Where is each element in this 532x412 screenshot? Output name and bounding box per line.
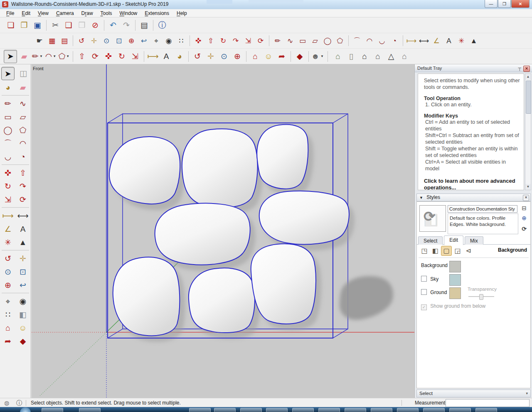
view-left-button[interactable]: ⌂ <box>398 50 411 63</box>
scale-button[interactable]: ⇲ <box>129 50 141 63</box>
scroll-down-icon[interactable]: ▼ <box>525 184 531 190</box>
print-button[interactable]: ▤ <box>138 19 150 32</box>
paste-button[interactable]: ❒ <box>76 19 88 32</box>
position-camera-button[interactable]: ⌖ <box>150 35 162 47</box>
zoom-button[interactable]: ⊙ <box>101 35 112 47</box>
dropdown-arrow-icon[interactable]: ▼ <box>39 54 43 58</box>
menu-edit[interactable]: Edit <box>18 10 34 17</box>
rectangle-button[interactable]: ▭ <box>297 35 308 47</box>
sky-checkbox[interactable] <box>421 276 427 282</box>
stone-top-middle[interactable] <box>182 129 258 208</box>
push-pull-button[interactable]: ⇧ <box>205 35 217 47</box>
orbit-button[interactable]: ↺ <box>191 50 204 63</box>
three-point-arc-button[interactable]: ◡ <box>376 35 388 47</box>
offset-tool-button[interactable]: ⟳ <box>17 193 29 206</box>
menu-help[interactable]: Help <box>173 10 191 17</box>
pie-tool-button[interactable]: ◔ <box>17 150 29 163</box>
shapes-button[interactable]: ⬠▼ <box>58 50 70 63</box>
arc-tool-button[interactable]: ⌒ <box>2 137 14 150</box>
taskbar-button[interactable] <box>42 408 63 412</box>
view-right-button[interactable]: ⌂ <box>372 50 384 63</box>
taskbar-button[interactable] <box>449 408 471 412</box>
update-style-icon[interactable]: ⟳ <box>520 225 528 233</box>
open-model-button[interactable]: ❐ <box>18 19 30 32</box>
close-button[interactable]: ✕ <box>511 0 530 8</box>
two-point-arc-tool-button[interactable]: ◠ <box>17 137 29 150</box>
extension-warehouse-button[interactable]: ◆ <box>293 50 306 63</box>
3d-warehouse-button[interactable]: ⌂ <box>249 50 261 63</box>
pin-icon[interactable]: ⊤ <box>517 66 522 74</box>
extension-warehouse-tool-button[interactable]: ◆ <box>17 335 29 347</box>
axes-button[interactable]: ✳ <box>456 35 467 47</box>
walk-button[interactable]: ∷ <box>175 35 187 47</box>
menu-file[interactable]: File <box>2 10 18 17</box>
erase-button[interactable]: ⊘ <box>89 19 101 32</box>
rectangle-tool-button[interactable]: ▭ <box>2 110 14 123</box>
taskbar-button[interactable] <box>240 408 262 412</box>
styles-close-icon[interactable]: ✕ <box>523 195 529 201</box>
zoom-extents-tool-button[interactable]: ⊕ <box>2 279 14 291</box>
orbit-button[interactable]: ↺ <box>76 35 87 47</box>
menu-tools[interactable]: Tools <box>97 10 116 17</box>
move-button[interactable]: ✜ <box>192 35 204 47</box>
copy-button[interactable]: ❑ <box>62 19 75 32</box>
save-model-button[interactable]: ▣ <box>31 19 44 32</box>
modeling-viewport[interactable]: Front <box>32 64 414 398</box>
menu-extensions[interactable]: Extensions <box>141 10 173 17</box>
make-component-tool-button[interactable]: ◫ <box>17 67 30 79</box>
model-info-button[interactable]: ⓘ <box>156 19 168 32</box>
hand-cursor-button[interactable]: ☛ <box>34 35 45 47</box>
tab-select[interactable]: Select <box>418 236 443 245</box>
rotate-tool-button[interactable]: ↻ <box>2 180 14 192</box>
move-tool-button[interactable]: ✜ <box>2 167 14 179</box>
send-to-layout-button[interactable]: ➦ <box>276 50 288 63</box>
zoom-window-button[interactable]: ⊡ <box>113 35 125 47</box>
arc-button[interactable]: ⌒ <box>351 35 363 47</box>
info-icon[interactable]: ⓘ <box>16 400 22 406</box>
pan-tool-button[interactable]: ✛ <box>17 252 29 265</box>
arcs-button[interactable]: ◠▼ <box>44 50 57 63</box>
tape-measure-button[interactable]: ⟼ <box>406 35 417 47</box>
send-to-layout-tool-button[interactable]: ➦ <box>2 335 14 347</box>
dropdown-arrow-icon[interactable]: ▼ <box>53 54 56 58</box>
background-color-swatch[interactable] <box>449 261 461 272</box>
windows-taskbar[interactable] <box>0 407 532 412</box>
menu-view[interactable]: View <box>34 10 52 17</box>
paint-bucket-button[interactable]: ◕ <box>173 50 186 63</box>
taskbar-button[interactable] <box>266 408 288 412</box>
measurements-input[interactable] <box>446 399 530 407</box>
look-around-tool-button[interactable]: ◉ <box>17 295 29 307</box>
freehand-button[interactable]: ∿ <box>284 35 296 47</box>
scroll-up-icon[interactable]: ▲ <box>525 74 531 80</box>
view-iso-button[interactable]: ⌂ <box>332 50 344 63</box>
model-canvas[interactable] <box>32 64 414 398</box>
chevron-down-icon[interactable]: ▾ <box>526 390 528 397</box>
tray-title-bar[interactable]: Default Tray ⊤ ✕ <box>415 64 532 72</box>
eraser-button[interactable]: ▰ <box>18 50 30 63</box>
taskbar-button[interactable] <box>214 408 236 412</box>
transparency-slider[interactable] <box>468 294 494 299</box>
menu-window[interactable]: Window <box>116 10 141 17</box>
scale-button[interactable]: ⇲ <box>242 35 254 47</box>
taskbar-button[interactable] <box>371 408 392 412</box>
account-button[interactable]: ☻▼ <box>311 50 324 63</box>
show-ground-checkbox[interactable] <box>421 304 427 310</box>
3d-text-button[interactable]: ▲ <box>468 35 480 47</box>
view-top-button[interactable]: ▯ <box>345 50 357 63</box>
share-model-button[interactable]: ☺ <box>262 50 275 63</box>
face-settings-icon[interactable]: ◧ <box>430 246 440 255</box>
follow-me-tool-button[interactable]: ↷ <box>17 180 29 192</box>
in-model-components-button[interactable]: ▦ <box>46 35 58 47</box>
3d-warehouse-tool-button[interactable]: ⌂ <box>2 321 14 334</box>
text-tool-button[interactable]: A <box>17 223 29 235</box>
select-button[interactable]: ➤ <box>4 50 17 63</box>
tab-edit[interactable]: Edit <box>444 235 463 245</box>
create-new-style-icon[interactable]: ⊕ <box>520 214 528 222</box>
taskbar-button[interactable] <box>318 408 340 412</box>
undo-button[interactable]: ↶ <box>107 19 119 32</box>
stone-top-left[interactable] <box>109 137 180 204</box>
zoom-previous-tool-button[interactable]: ↩ <box>17 279 29 291</box>
zoom-previous-button[interactable]: ↩ <box>138 35 150 47</box>
tray-status-bar[interactable]: Select ▾ <box>416 390 531 397</box>
collapse-caret-icon[interactable]: ▼ <box>419 196 423 200</box>
